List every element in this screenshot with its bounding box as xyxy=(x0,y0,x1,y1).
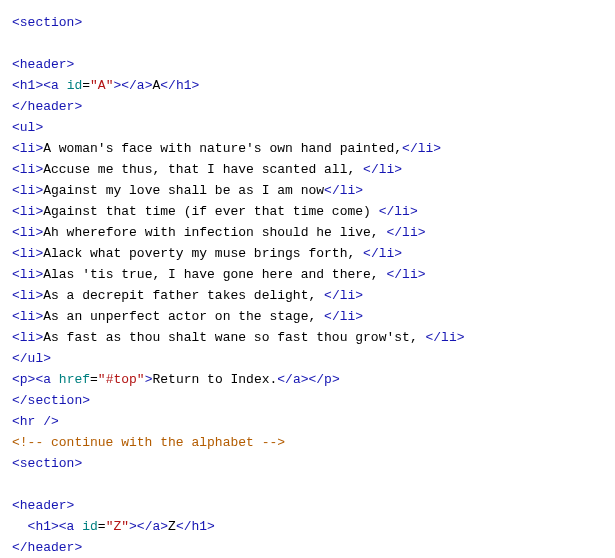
token-tag: <li> xyxy=(12,225,43,240)
token-attr-name: id xyxy=(67,78,83,93)
token-tag: </li> xyxy=(379,204,418,219)
token-tag: </header> xyxy=(12,540,82,555)
token-text xyxy=(59,78,67,93)
token-tag: <h1><a xyxy=(28,519,75,534)
code-line: <h1><a id="Z"></a>Z</h1> xyxy=(12,516,603,537)
token-tag: </h1> xyxy=(176,519,215,534)
token-tag: <ul> xyxy=(12,120,43,135)
token-tag: <li> xyxy=(12,267,43,282)
code-line: </header> xyxy=(12,96,603,117)
token-text: Against that time (if ever that time com… xyxy=(43,204,378,219)
code-line: </ul> xyxy=(12,348,603,369)
token-tag: </li> xyxy=(363,246,402,261)
token-tag: <li> xyxy=(12,141,43,156)
code-line: <section> xyxy=(12,453,603,474)
token-attr-val: "Z" xyxy=(106,519,129,534)
token-tag: <h1><a xyxy=(12,78,59,93)
token-tag: <section> xyxy=(12,15,82,30)
code-line: <li>A woman's face with nature's own han… xyxy=(12,138,603,159)
code-line: </header> xyxy=(12,537,603,558)
code-line: <li>Alack what poverty my muse brings fo… xyxy=(12,243,603,264)
code-line: <li>Accuse me thus, that I have scanted … xyxy=(12,159,603,180)
token-tag: </header> xyxy=(12,99,82,114)
code-line: <li>Against my love shall be as I am now… xyxy=(12,180,603,201)
token-tag: </a></p> xyxy=(277,372,339,387)
token-tag: ></a> xyxy=(113,78,152,93)
token-text: Z xyxy=(168,519,176,534)
token-tag: <li> xyxy=(12,246,43,261)
token-tag: </li> xyxy=(402,141,441,156)
code-line: <li>Against that time (if ever that time… xyxy=(12,201,603,222)
token-tag: </ul> xyxy=(12,351,51,366)
token-attr-name: id xyxy=(82,519,98,534)
token-tag: </li> xyxy=(363,162,402,177)
token-text: As fast as thou shalt wane so fast thou … xyxy=(43,330,425,345)
token-attr-eq: = xyxy=(98,519,106,534)
code-line: <li>As fast as thou shalt wane so fast t… xyxy=(12,327,603,348)
token-tag: <header> xyxy=(12,498,74,513)
token-tag: <li> xyxy=(12,204,43,219)
token-text xyxy=(51,372,59,387)
token-text: Against my love shall be as I am now xyxy=(43,183,324,198)
token-attr-name: href xyxy=(59,372,90,387)
code-line: <header> xyxy=(12,54,603,75)
code-line: <h1><a id="A"></a>A</h1> xyxy=(12,75,603,96)
token-tag: <li> xyxy=(12,183,43,198)
token-tag: </li> xyxy=(324,288,363,303)
token-tag: <section> xyxy=(12,456,82,471)
token-tag: </li> xyxy=(386,267,425,282)
token-text: A woman's face with nature's own hand pa… xyxy=(43,141,402,156)
token-comment: <!-- continue with the alphabet --> xyxy=(12,435,285,450)
code-line: <!-- continue with the alphabet --> xyxy=(12,432,603,453)
token-tag: </li> xyxy=(386,225,425,240)
token-attr-eq: = xyxy=(82,78,90,93)
token-tag: <hr /> xyxy=(12,414,59,429)
code-line: <ul> xyxy=(12,117,603,138)
token-tag: <p><a xyxy=(12,372,51,387)
token-text xyxy=(12,519,28,534)
token-attr-val: "A" xyxy=(90,78,113,93)
code-line: <li>Ah wherefore with infection should h… xyxy=(12,222,603,243)
token-tag: <li> xyxy=(12,330,43,345)
code-line: <li>As an unperfect actor on the stage, … xyxy=(12,306,603,327)
token-tag: </section> xyxy=(12,393,90,408)
token-tag: <header> xyxy=(12,57,74,72)
token-text: Ah wherefore with infection should he li… xyxy=(43,225,386,240)
token-text: As an unperfect actor on the stage, xyxy=(43,309,324,324)
code-line: </section> xyxy=(12,390,603,411)
token-tag: </li> xyxy=(324,309,363,324)
token-tag: </li> xyxy=(324,183,363,198)
token-attr-eq: = xyxy=(90,372,98,387)
token-tag: <li> xyxy=(12,162,43,177)
token-tag: ></a> xyxy=(129,519,168,534)
token-tag: </h1> xyxy=(160,78,199,93)
code-line: <hr /> xyxy=(12,411,603,432)
token-text: Alas 'tis true, I have gone here and the… xyxy=(43,267,386,282)
code-line: <p><a href="#top">Return to Index.</a></… xyxy=(12,369,603,390)
code-block: <section> <header><h1><a id="A"></a>A</h… xyxy=(12,12,603,558)
token-text: Alack what poverty my muse brings forth, xyxy=(43,246,363,261)
code-line: <header> xyxy=(12,495,603,516)
token-tag: <li> xyxy=(12,309,43,324)
token-attr-val: "#top" xyxy=(98,372,145,387)
token-text: Return to Index. xyxy=(152,372,277,387)
code-line: <section> xyxy=(12,12,603,33)
code-line xyxy=(12,474,603,495)
token-text: As a decrepit father takes delight, xyxy=(43,288,324,303)
code-line xyxy=(12,33,603,54)
code-line: <li>Alas 'tis true, I have gone here and… xyxy=(12,264,603,285)
token-tag: <li> xyxy=(12,288,43,303)
token-text: Accuse me thus, that I have scanted all, xyxy=(43,162,363,177)
token-tag: </li> xyxy=(425,330,464,345)
code-line: <li>As a decrepit father takes delight, … xyxy=(12,285,603,306)
